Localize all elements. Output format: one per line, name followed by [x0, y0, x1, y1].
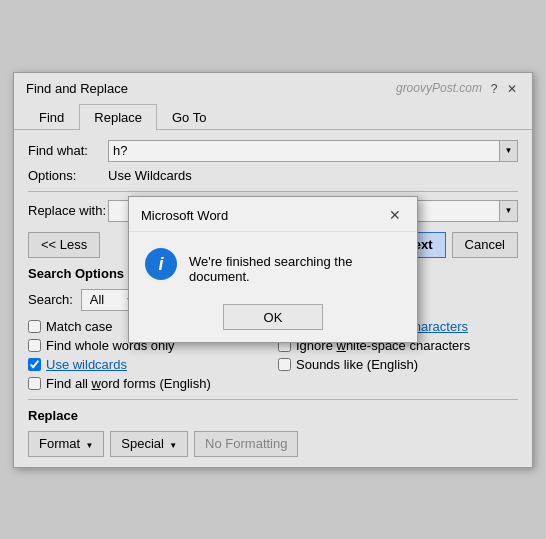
microsoft-word-dialog: Microsoft Word ✕ i We're finished search…	[128, 196, 418, 343]
modal-body: i We're finished searching the document.	[129, 232, 417, 296]
modal-ok-button[interactable]: OK	[223, 304, 324, 330]
info-icon: i	[145, 248, 177, 280]
modal-message: We're finished searching the document.	[189, 248, 401, 284]
modal-footer: OK	[129, 296, 417, 342]
find-replace-dialog: Find and Replace groovyPost.com ? ✕ Find…	[13, 72, 533, 468]
modal-title-bar: Microsoft Word ✕	[129, 197, 417, 232]
modal-close-button[interactable]: ✕	[385, 205, 405, 225]
modal-overlay: Microsoft Word ✕ i We're finished search…	[14, 73, 532, 467]
modal-title: Microsoft Word	[141, 208, 228, 223]
